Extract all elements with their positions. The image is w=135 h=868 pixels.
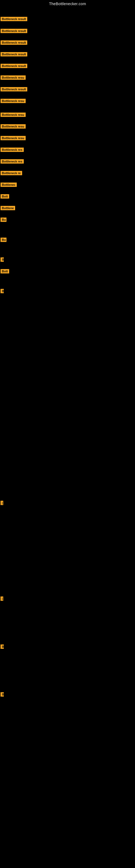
bottleneck-result-label: Bottleneck result <box>1 17 27 21</box>
bottleneck-result-label: Bo <box>1 218 6 222</box>
bottleneck-result-label: Bottleneck resu <box>1 99 26 103</box>
bottleneck-result-label: Bott <box>1 269 9 273</box>
bottleneck-result-label: Bottleneck resu <box>1 113 26 117</box>
bottleneck-result-label: B <box>1 289 4 293</box>
bottleneck-result-label: Bottleneck result <box>1 52 27 56</box>
bottleneck-result-label: | <box>1 501 3 505</box>
bottleneck-result-label: Bo <box>1 238 6 242</box>
bottleneck-result-label: Bottleneck result <box>1 64 27 68</box>
bottleneck-result-label: Bottleneck resu <box>1 75 26 80</box>
bottleneck-result-label: Bottleneck resu <box>1 124 26 129</box>
site-title: TheBottlenecker.com <box>0 0 135 7</box>
bottleneck-result-label: Bottlene <box>1 206 15 210</box>
bottleneck-result-label: B <box>1 692 4 696</box>
bottleneck-result-label: Bottleneck re <box>1 171 22 175</box>
bottleneck-result-label: Bottleneck res <box>1 148 24 152</box>
bottleneck-result-label: Bottlenec <box>1 183 17 187</box>
bottleneck-result-label: B <box>1 257 4 262</box>
bottleneck-result-label: Bottleneck result <box>1 87 27 91</box>
bottleneck-result-label: Bott <box>1 194 9 198</box>
bottleneck-result-label: Bottleneck resu <box>1 136 26 140</box>
bottleneck-result-label: B <box>1 645 4 649</box>
bottleneck-result-label: Bottleneck result <box>1 40 27 45</box>
bottleneck-result-label: Bottleneck result <box>1 29 27 33</box>
bottleneck-result-label: | <box>1 596 3 601</box>
bottleneck-result-label: Bottleneck res <box>1 159 24 163</box>
